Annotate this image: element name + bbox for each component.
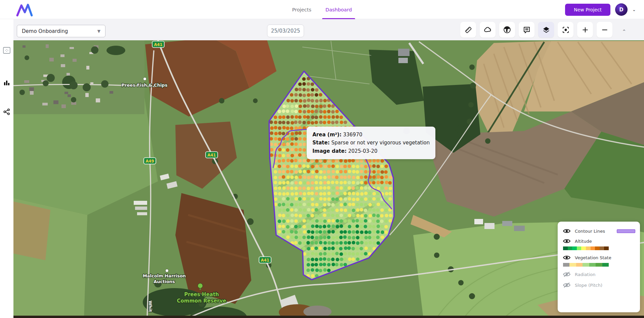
collapse-toolbar-button[interactable]: ⌃ xyxy=(622,29,626,35)
road-badge-a41-mid: A41 xyxy=(208,153,216,157)
focus-target-icon xyxy=(562,26,570,34)
map-canvas[interactable]: Prees Fish & Chips Malcolm Harrison Auct… xyxy=(13,40,644,318)
cloud-layer-button[interactable] xyxy=(480,22,496,38)
project-select-value: Demo Onboarding xyxy=(22,28,68,34)
layers-button[interactable] xyxy=(538,22,554,38)
header: Projects Dashboard New Project D ⌄ xyxy=(0,0,644,19)
share-button[interactable] xyxy=(0,106,13,118)
tab-dashboard[interactable]: Dashboard xyxy=(324,0,353,19)
eye-visible-icon[interactable] xyxy=(562,255,571,260)
tooltip-date-row: Image date: 2025-03-20 xyxy=(312,147,430,155)
basemap-button[interactable] xyxy=(499,22,515,38)
auctions-marker-icon xyxy=(166,269,168,272)
eye-hidden-icon[interactable] xyxy=(562,271,571,277)
minus-icon xyxy=(601,26,609,34)
fit-bounds-button[interactable] xyxy=(0,44,13,56)
satellite-basemap: Prees Fish & Chips Malcolm Harrison Auct… xyxy=(13,40,644,318)
road-badge-a49: A49 xyxy=(146,159,154,164)
map-toolbar: Demo Onboarding ▼ 25/03/2025 xyxy=(13,19,644,40)
date-input[interactable]: 25/03/2025 xyxy=(267,25,304,37)
ruler-icon xyxy=(464,26,472,34)
tooltip-state-row: State: Sparse or not very vigorous veget… xyxy=(312,139,430,147)
recenter-button[interactable] xyxy=(558,22,573,38)
eye-visible-icon[interactable] xyxy=(562,238,571,244)
new-project-button[interactable]: New Project xyxy=(565,4,610,16)
vegetation-colorbar xyxy=(563,263,609,267)
tab-projects[interactable]: Projects xyxy=(291,0,313,19)
avatar[interactable]: D xyxy=(615,3,628,16)
comment-icon xyxy=(523,26,531,34)
legend-row-vegetation-state: Vegetation State xyxy=(562,255,635,260)
plus-icon xyxy=(581,26,589,34)
reserve-label-line1: Prees Heath xyxy=(184,291,219,298)
fit-bounds-icon xyxy=(3,47,11,54)
zoom-in-button[interactable] xyxy=(577,22,593,38)
legend-row-slope-pitch: Slope (Pitch) xyxy=(562,282,635,288)
poi-label: Prees Fish & Chips xyxy=(122,83,168,88)
tooltip-area-row: Area (m²): 336970 xyxy=(312,131,430,139)
road-badge-a41-bottom: A41 xyxy=(261,258,269,263)
legend-row-radiation: Radiation xyxy=(562,271,635,277)
legend-row-altitude: Altitude xyxy=(562,238,635,244)
road-badge-a41-top: A41 xyxy=(154,42,163,47)
layers-legend-panel: Contour Lines Altitude Vegetation State xyxy=(558,222,640,312)
account-menu-chevron-icon[interactable]: ⌄ xyxy=(632,7,636,12)
main-tabs: Projects Dashboard xyxy=(0,0,644,19)
poi-marker-icon xyxy=(143,78,146,80)
legend-row-contour-lines: Contour Lines xyxy=(562,228,635,234)
street-label: Whit xyxy=(148,301,153,312)
auctions-label-line2: Auctions xyxy=(154,279,175,284)
cloud-icon xyxy=(483,26,492,34)
zoom-out-button[interactable] xyxy=(597,22,612,38)
globe-icon xyxy=(503,26,511,34)
chevron-down-icon: ▼ xyxy=(97,29,100,34)
eye-visible-icon[interactable] xyxy=(562,228,571,234)
bar-chart-icon xyxy=(4,80,10,86)
contour-swatch xyxy=(617,229,635,233)
eye-hidden-icon[interactable] xyxy=(562,282,571,288)
left-sidebar xyxy=(0,19,13,318)
comments-button[interactable] xyxy=(519,22,534,38)
feature-tooltip: Area (m²): 336970 State: Sparse or not v… xyxy=(307,127,435,159)
project-select[interactable]: Demo Onboarding ▼ xyxy=(17,25,105,37)
share-icon xyxy=(3,108,10,115)
app-window: Projects Dashboard New Project D ⌄ Demo … xyxy=(0,0,644,318)
altitude-colorbar xyxy=(563,246,609,250)
layers-icon xyxy=(542,26,550,34)
measure-button[interactable] xyxy=(460,22,476,38)
auctions-label-line1: Malcolm Harrison xyxy=(143,273,186,278)
reserve-label-line2: Common Reserve xyxy=(177,298,226,304)
statistics-button[interactable] xyxy=(0,77,13,89)
